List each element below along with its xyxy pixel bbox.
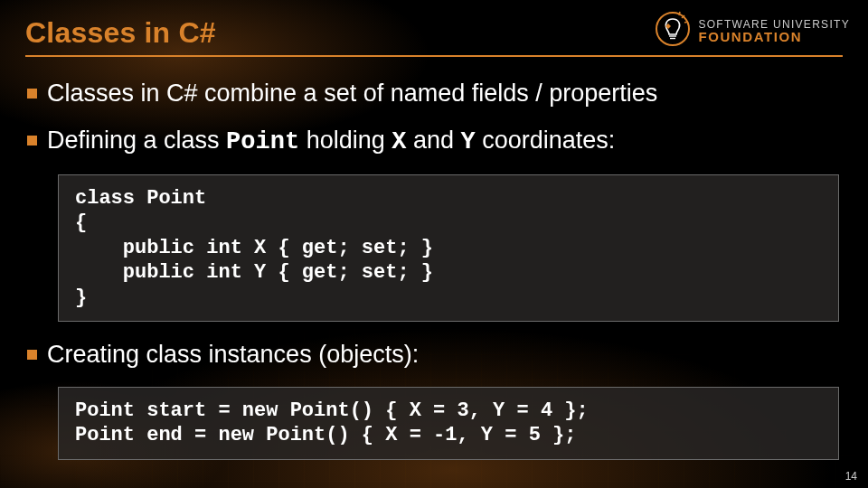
text: holding [299,127,392,154]
page-number: 14 [845,470,857,483]
bullet-list: Creating class instances (objects): [25,340,843,371]
bullet-text: Creating class instances (objects): [47,341,419,368]
bullet-text: Classes in C# combine a set of named fie… [47,80,657,107]
svg-point-0 [656,13,689,45]
logo-text-line2: FOUNDATION [698,30,850,43]
bullet-item: Classes in C# combine a set of named fie… [25,79,843,109]
text: Classes in C# combine a set of named fie… [47,80,657,107]
bullet-list: Classes in C# combine a set of named fie… [25,79,843,158]
text: coordinates: [476,127,616,154]
logo: SOFTWARE UNIVERSITY FOUNDATION [655,11,850,51]
title-underline [25,55,843,57]
mono-text: X [392,128,406,155]
text: and [406,127,460,154]
text: Creating class instances (objects): [47,341,419,368]
svg-line-5 [679,12,680,15]
mono-text: Y [460,128,475,155]
bullet-item: Defining a class Point holding X and Y c… [25,126,843,158]
bullet-item: Creating class instances (objects): [25,340,843,371]
code-block-class-definition: class Point { public int X { get; set; }… [58,174,839,323]
mono-text: Point [226,128,299,155]
slide: SOFTWARE UNIVERSITY FOUNDATION Classes i… [0,0,868,488]
logo-text-line1: SOFTWARE UNIVERSITY [698,19,850,30]
code-block-instances: Point start = new Point() { X = 3, Y = 4… [58,387,839,460]
bullet-text: Defining a class Point holding X and Y c… [47,127,615,154]
svg-line-4 [684,22,688,23]
lightbulb-icon [655,11,691,51]
text: Defining a class [47,127,226,154]
